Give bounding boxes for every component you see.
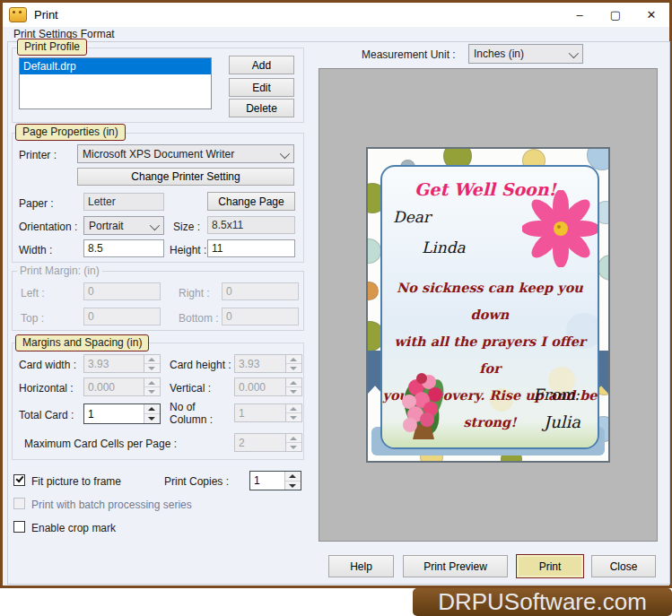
minimize-icon[interactable]: – <box>562 3 598 27</box>
card-message-line: No sickness can keep you down <box>382 274 598 328</box>
measurement-unit-select[interactable]: Inches (in) <box>468 44 583 64</box>
margin-bottom-label: Bottom : <box>179 312 219 325</box>
card-height-label: Card height : <box>170 359 231 371</box>
chevron-down-icon <box>280 149 290 159</box>
change-page-button[interactable]: Change Page <box>207 192 295 211</box>
fit-picture-checkbox[interactable] <box>13 474 25 486</box>
spin-down-icon[interactable] <box>144 414 160 423</box>
margin-right-field: 0 <box>222 282 299 300</box>
width-input[interactable]: 8.5 <box>83 239 164 257</box>
measurement-unit-value: Inches (in) <box>474 48 524 60</box>
print-copies-value: 1 <box>250 472 284 490</box>
size-field: 8.5x11 <box>207 216 295 234</box>
total-card-value: 1 <box>84 404 144 423</box>
edit-button[interactable]: Edit <box>229 78 294 97</box>
total-card-label: Total Card : <box>19 409 74 421</box>
add-button[interactable]: Add <box>229 56 294 74</box>
polka-dot <box>598 255 610 281</box>
horizontal-label: Horizontal : <box>19 382 74 395</box>
max-cells-value: 2 <box>235 434 285 451</box>
help-button[interactable]: Help <box>328 555 394 577</box>
window-title: Print <box>34 8 58 22</box>
chevron-down-icon <box>150 221 160 230</box>
printer-label: Printer : <box>19 149 57 161</box>
card-width-spinner: 3.93 <box>83 354 161 373</box>
spin-down-icon <box>286 443 301 451</box>
branding-banner[interactable]: DRPUSoftware.com <box>413 588 672 616</box>
total-card-spinner[interactable]: 1 <box>83 403 161 424</box>
batch-processing-checkbox <box>13 498 25 509</box>
spin-down-icon[interactable] <box>285 482 301 490</box>
polka-dot <box>366 239 381 264</box>
app-icon <box>9 7 27 22</box>
spin-up-icon <box>286 355 301 364</box>
orientation-select[interactable]: Portrait <box>83 216 164 235</box>
spin-down-icon <box>144 387 160 395</box>
horizontal-spinner: 0.000 <box>83 377 161 396</box>
size-label: Size : <box>173 221 200 233</box>
no-of-column-value: 1 <box>235 404 285 421</box>
vertical-value: 0.000 <box>235 378 285 395</box>
spin-up-icon[interactable] <box>144 404 160 414</box>
card-sender: Julia <box>544 412 580 431</box>
polka-dot <box>366 282 379 300</box>
width-label: Width : <box>19 244 52 256</box>
spin-up-icon <box>144 378 160 387</box>
margin-left-label: Left : <box>21 287 45 299</box>
card-width-label: Card width : <box>19 359 76 371</box>
card-dear: Dear <box>393 208 431 226</box>
change-printer-setting-button[interactable]: Change Printer Setting <box>77 168 294 186</box>
no-of-column-spinner: 1 <box>234 403 302 422</box>
spin-up-icon[interactable] <box>285 472 301 482</box>
close-button[interactable]: Close <box>591 555 656 577</box>
margin-top-label: Top : <box>21 312 44 325</box>
close-icon[interactable]: ✕ <box>633 3 669 27</box>
margins-spacing-badge: Margins and Spacing (in) <box>15 334 149 351</box>
print-margin-group-label: Print Margin: (in) <box>17 265 102 277</box>
page-properties-badge: Page Properties (in) <box>15 124 126 141</box>
spin-down-icon <box>286 413 301 421</box>
card-inner-panel: Get Well Soon! Dear Linda <box>380 165 599 449</box>
spin-up-icon <box>144 355 160 364</box>
max-cells-spinner: 2 <box>234 433 302 452</box>
orientation-label: Orientation : <box>19 221 77 233</box>
print-profile-badge: Print Profile <box>17 39 87 56</box>
paper-field: Letter <box>83 193 164 211</box>
enable-crop-mark-checkbox[interactable] <box>13 521 25 533</box>
pink-flower-icon <box>522 190 599 267</box>
height-input[interactable]: 11 <box>207 239 295 257</box>
printer-value: Microsoft XPS Document Writer <box>83 148 234 161</box>
batch-processing-label: Print with batch processing series <box>31 499 192 511</box>
height-label: Height : <box>170 244 206 256</box>
delete-button[interactable]: Delete <box>229 99 294 117</box>
fit-picture-label: Fit picture to frame <box>31 475 121 488</box>
margin-bottom-field: 0 <box>222 308 299 325</box>
flower-bouquet-icon <box>386 357 461 447</box>
card-recipient: Linda <box>422 239 466 256</box>
vertical-label: Vertical : <box>170 382 211 395</box>
print-button[interactable]: Print <box>516 554 584 578</box>
branding-site: DRPUSoftware.com <box>438 588 647 616</box>
enable-crop-mark-label: Enable crop mark <box>31 522 116 534</box>
print-preview-button[interactable]: Print Preview <box>403 555 508 577</box>
card-from-label: From: <box>533 386 580 403</box>
spin-down-icon <box>286 387 301 395</box>
spin-up-icon <box>286 378 301 387</box>
vertical-spinner: 0.000 <box>234 377 302 396</box>
card-height-spinner: 3.93 <box>234 354 302 373</box>
print-copies-spinner[interactable]: 1 <box>249 471 301 490</box>
margin-right-label: Right : <box>179 287 210 299</box>
margin-left-field: 0 <box>83 282 161 300</box>
maximize-icon[interactable]: ▢ <box>598 3 633 27</box>
orientation-value: Portrait <box>89 220 124 232</box>
printer-select[interactable]: Microsoft XPS Document Writer <box>77 144 294 163</box>
spin-down-icon <box>286 364 301 372</box>
card-height-value: 3.93 <box>235 355 285 372</box>
card-width-value: 3.93 <box>84 355 144 372</box>
profile-listbox[interactable]: Default.drp <box>19 57 212 109</box>
screen: Print – ▢ ✕ Print Settings Format Print … <box>0 0 672 616</box>
profile-list-item[interactable]: Default.drp <box>20 58 211 74</box>
spin-up-icon <box>286 434 301 443</box>
horizontal-value: 0.000 <box>84 378 144 395</box>
greeting-card-preview: Get Well Soon! Dear Linda <box>366 147 610 463</box>
